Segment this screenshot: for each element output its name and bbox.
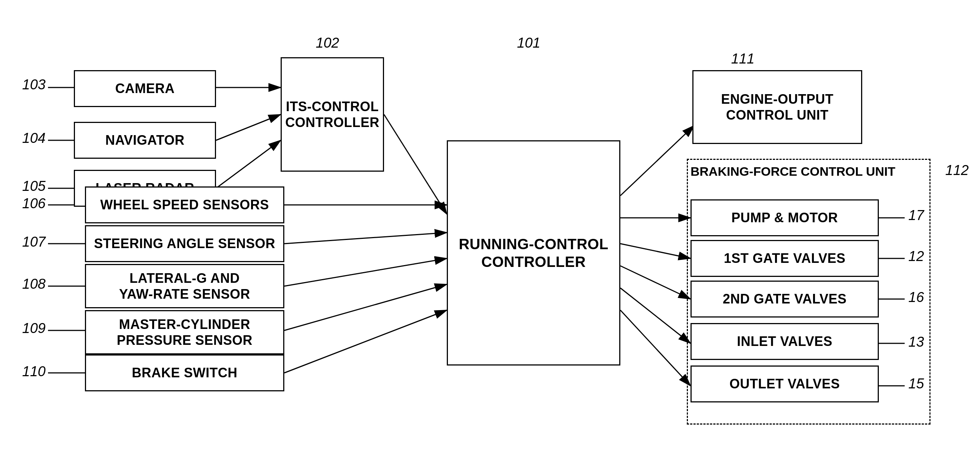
svg-line-12	[620, 126, 694, 196]
lateral-g-box: LATERAL-G ANDYAW-RATE SENSOR	[85, 264, 284, 308]
wheel-speed-box: WHEEL SPEED SENSORS	[85, 186, 284, 223]
pump-motor-box: PUMP & MOTOR	[690, 199, 879, 236]
master-cylinder-box: MASTER-CYLINDERPRESSURE SENSOR	[85, 310, 284, 354]
svg-line-16	[620, 288, 690, 343]
svg-line-4	[216, 114, 281, 140]
ref-108: 108	[22, 276, 45, 292]
svg-line-9	[284, 258, 447, 286]
inlet-valves-box: INLET VALVES	[690, 323, 879, 360]
ref-112: 112	[945, 162, 969, 178]
gate-valves-1-box: 1ST GATE VALVES	[690, 240, 879, 277]
svg-line-11	[284, 310, 447, 373]
svg-line-10	[284, 284, 447, 331]
diagram: 103 104 105 106 107 108 109 110 102 101 …	[0, 0, 980, 453]
ref-107: 107	[22, 234, 45, 250]
ref-109: 109	[22, 321, 45, 336]
brake-switch-box: BRAKE SWITCH	[85, 354, 284, 391]
ref-110: 110	[22, 364, 45, 380]
svg-line-17	[620, 310, 690, 386]
camera-box: CAMERA	[74, 70, 216, 107]
ref-103: 103	[22, 77, 45, 93]
ref-104: 104	[22, 130, 45, 146]
engine-output-box: ENGINE-OUTPUTCONTROL UNIT	[692, 70, 862, 144]
svg-line-15	[620, 266, 690, 299]
ref-106: 106	[22, 196, 45, 211]
navigator-box: NAVIGATOR	[74, 122, 216, 159]
gate-valves-2-box: 2ND GATE VALVES	[690, 281, 879, 318]
ref-105: 105	[22, 178, 45, 194]
svg-line-5	[216, 140, 281, 188]
outlet-valves-box: OUTLET VALVES	[690, 366, 879, 402]
braking-force-label: BRAKING-FORCE CONTROL UNIT	[690, 164, 896, 179]
svg-line-6	[384, 114, 447, 214]
its-controller-box: ITS-CONTROLCONTROLLER	[281, 57, 384, 172]
ref-111: 111	[731, 51, 754, 67]
svg-line-8	[284, 233, 447, 244]
steering-angle-box: STEERING ANGLE SENSOR	[85, 225, 284, 262]
ref-102: 102	[316, 35, 339, 51]
running-controller-box: RUNNING-CONTROLCONTROLLER	[447, 140, 620, 366]
ref-101: 101	[517, 35, 540, 51]
svg-line-14	[620, 244, 690, 258]
